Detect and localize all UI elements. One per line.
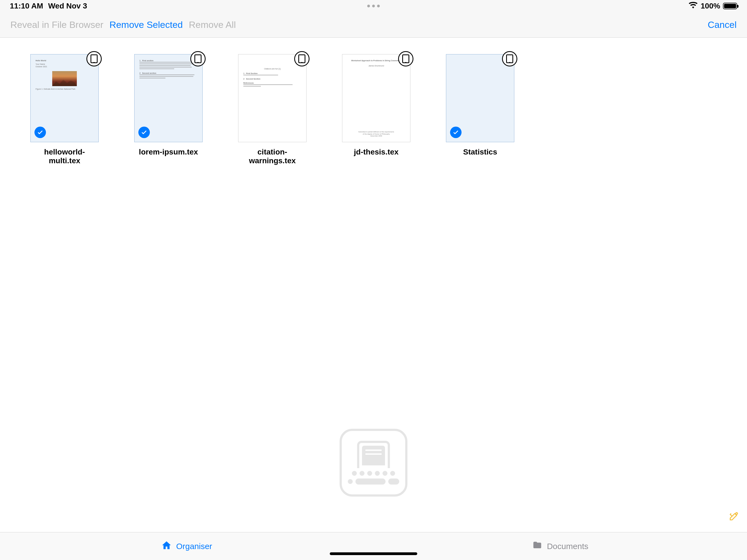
file-item[interactable]: 1 First section 2 Second section lorem-i… <box>133 54 204 165</box>
remove-selected-button[interactable]: Remove Selected <box>109 19 183 30</box>
status-time: 11:10 AM <box>10 2 43 10</box>
status-right: 100% <box>689 2 737 10</box>
file-grid: Hello World Your Name October 2021 Figur… <box>0 38 747 182</box>
battery-percent: 100% <box>700 2 720 10</box>
status-bar: 11:10 AM Wed Nov 3 100% <box>0 0 747 12</box>
svg-point-0 <box>736 513 738 515</box>
file-thumbnail[interactable]: 1 First section 2 Second section <box>134 54 203 142</box>
status-left: 11:10 AM Wed Nov 3 <box>10 2 87 10</box>
wifi-icon <box>689 2 698 10</box>
folder-icon <box>532 540 542 552</box>
tab-label: Organiser <box>176 542 212 551</box>
device-badge-icon <box>294 51 310 67</box>
selected-checkmark-icon <box>450 127 462 138</box>
tools-icon[interactable] <box>728 511 739 522</box>
file-item[interactable]: Statistics <box>445 54 516 165</box>
file-label: citation-warnings.tex <box>237 148 308 165</box>
file-item[interactable]: Worksheet Approach to Problems in String… <box>341 54 412 165</box>
device-badge-icon <box>502 51 517 67</box>
file-label: lorem-ipsum.tex <box>139 148 198 156</box>
file-thumbnail[interactable]: Hello World Your Name October 2021 Figur… <box>30 54 99 142</box>
multitasking-dots[interactable] <box>367 5 380 7</box>
home-indicator[interactable] <box>330 552 417 555</box>
file-label: Statistics <box>463 148 497 156</box>
file-thumbnail[interactable]: Citations are fun [1] 1 First Section 2 … <box>238 54 307 142</box>
tab-documents[interactable]: Documents <box>374 532 747 560</box>
device-badge-icon <box>398 51 413 67</box>
tab-organiser[interactable]: Organiser <box>0 532 374 560</box>
selected-checkmark-icon <box>138 127 150 138</box>
file-thumbnail[interactable] <box>446 54 514 142</box>
file-thumbnail[interactable]: Worksheet Approach to Problems in String… <box>342 54 410 142</box>
file-label: jd-thesis.tex <box>354 148 398 156</box>
reveal-in-file-browser-button: Reveal in File Browser <box>10 19 103 30</box>
selected-checkmark-icon <box>34 127 46 138</box>
tab-label: Documents <box>547 542 588 551</box>
status-date: Wed Nov 3 <box>48 2 87 10</box>
app-watermark-icon <box>340 429 407 497</box>
file-item[interactable]: Hello World Your Name October 2021 Figur… <box>29 54 100 165</box>
remove-all-button: Remove All <box>189 19 236 30</box>
file-label: helloworld-multi.tex <box>29 148 100 165</box>
tab-bar: Organiser Documents <box>0 532 747 560</box>
device-badge-icon <box>86 51 102 67</box>
toolbar: Reveal in File Browser Remove Selected R… <box>0 12 747 38</box>
cancel-button[interactable]: Cancel <box>707 19 737 30</box>
battery-icon <box>723 3 737 9</box>
device-badge-icon <box>190 51 206 67</box>
home-icon <box>161 540 172 552</box>
file-item[interactable]: Citations are fun [1] 1 First Section 2 … <box>237 54 308 165</box>
